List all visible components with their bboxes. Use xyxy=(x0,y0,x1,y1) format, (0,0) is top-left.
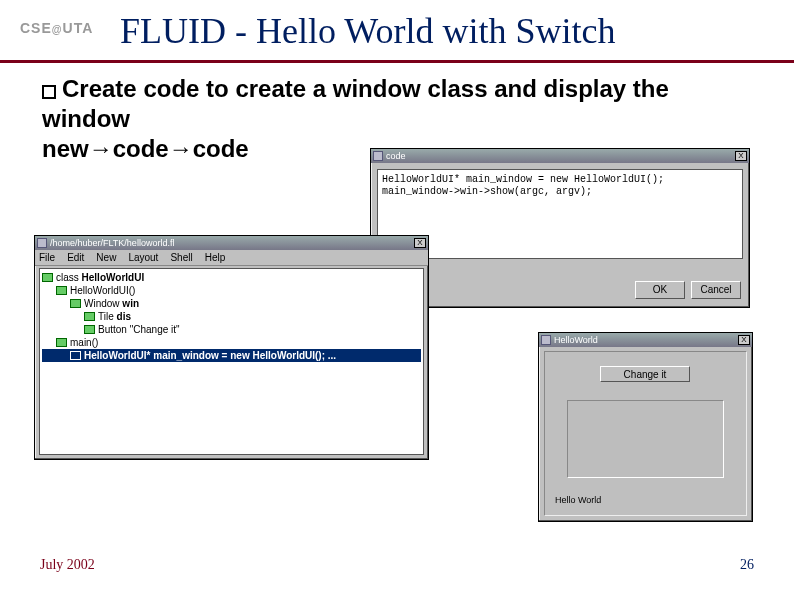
close-button[interactable]: X xyxy=(738,335,750,345)
hello-tile xyxy=(567,400,724,478)
code-textarea[interactable]: HelloWorldUI* main_window = new HelloWor… xyxy=(377,169,743,259)
ok-button[interactable]: OK xyxy=(635,281,685,299)
tile-icon xyxy=(84,312,95,321)
close-button[interactable]: X xyxy=(414,238,426,248)
app-icon xyxy=(541,335,551,345)
app-icon xyxy=(373,151,383,161)
bullet-marker xyxy=(42,85,56,99)
code-dialog-title: code xyxy=(386,151,734,161)
hello-world-label: Hello World xyxy=(555,495,601,505)
fluid-window-title: /home/huber/FLTK/helloworld.fl xyxy=(50,238,413,248)
menu-layout[interactable]: Layout xyxy=(128,252,158,263)
footer-date: July 2002 xyxy=(40,557,95,573)
tree-node-code-selected[interactable]: HelloWorldUI* main_window = new HelloWor… xyxy=(42,349,421,362)
menu-shell[interactable]: Shell xyxy=(170,252,192,263)
hello-titlebar[interactable]: HelloWorld X xyxy=(539,333,752,347)
menu-file[interactable]: File xyxy=(39,252,55,263)
tree-node-tile[interactable]: Tile dis xyxy=(42,310,421,323)
button-icon xyxy=(84,325,95,334)
menubar: File Edit New Layout Shell Help xyxy=(35,250,428,266)
tree-node-class[interactable]: class class HelloWorldUIHelloWorldUI xyxy=(42,271,421,284)
window-icon xyxy=(70,299,81,308)
close-button[interactable]: X xyxy=(735,151,747,161)
menu-edit[interactable]: Edit xyxy=(67,252,84,263)
tree-node-window[interactable]: Window win xyxy=(42,297,421,310)
cancel-button[interactable]: Cancel xyxy=(691,281,741,299)
function-icon xyxy=(56,338,67,347)
slide-title: FLUID - Hello World with Switch xyxy=(120,10,615,52)
fluid-titlebar[interactable]: /home/huber/FLTK/helloworld.fl X xyxy=(35,236,428,250)
fluid-window: /home/huber/FLTK/helloworld.fl X File Ed… xyxy=(34,235,429,460)
tree-node-main[interactable]: main() xyxy=(42,336,421,349)
class-icon xyxy=(42,273,53,282)
menu-new[interactable]: New xyxy=(96,252,116,263)
tree-node-ctor[interactable]: HelloWorldUI() xyxy=(42,284,421,297)
hello-window-title: HelloWorld xyxy=(554,335,737,345)
app-icon xyxy=(37,238,47,248)
hello-panel: Change it Hello World xyxy=(544,351,747,516)
dialog-button-row: OK Cancel xyxy=(635,281,741,299)
tree-node-button[interactable]: Button "Change it" xyxy=(42,323,421,336)
title-underline xyxy=(0,60,794,63)
function-icon xyxy=(56,286,67,295)
hello-world-window: HelloWorld X Change it Hello World xyxy=(538,332,753,522)
footer-page-number: 26 xyxy=(740,557,754,573)
widget-tree[interactable]: class class HelloWorldUIHelloWorldUI Hel… xyxy=(39,268,424,455)
code-icon xyxy=(70,351,81,360)
change-it-button[interactable]: Change it xyxy=(600,366,690,382)
menu-help[interactable]: Help xyxy=(205,252,226,263)
org-logo: CSE@UTA xyxy=(20,20,93,36)
code-dialog-titlebar[interactable]: code X xyxy=(371,149,749,163)
